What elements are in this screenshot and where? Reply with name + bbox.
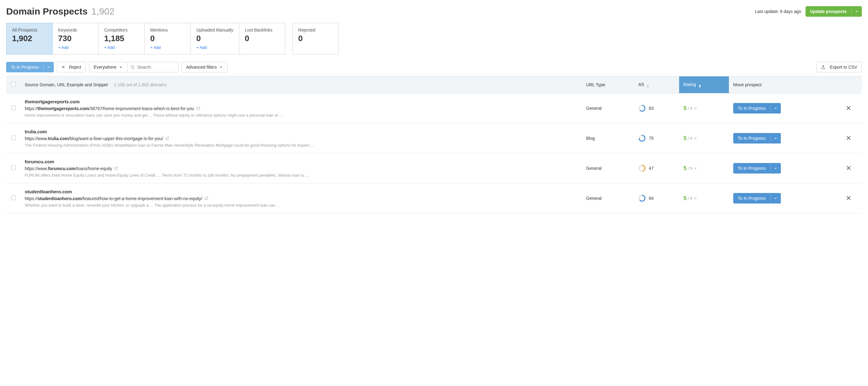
export-csv-button[interactable]: Export to CSV xyxy=(816,62,862,72)
external-link-icon xyxy=(114,167,118,170)
snippet: Home improvement or renovation loans can… xyxy=(25,113,578,118)
row-to-in-progress-button[interactable]: To In Progress xyxy=(733,163,770,174)
as-value: 47 xyxy=(649,166,654,171)
row-to-in-progress-button[interactable]: To In Progress xyxy=(733,193,770,204)
to-in-progress-split: To In Progress xyxy=(6,62,54,72)
chevron-down-icon xyxy=(694,167,698,170)
snippet: Whether you want to build a deck, remode… xyxy=(25,203,578,208)
row-checkbox[interactable] xyxy=(11,196,16,200)
chevron-down-icon xyxy=(47,65,51,69)
card-value: 0 xyxy=(196,34,234,43)
table-row: themortgagereports.com https://themortga… xyxy=(6,93,862,123)
card-label: Lost Backlinks xyxy=(245,28,279,32)
header-right: Last update: 6 days ago Update prospects xyxy=(755,6,862,17)
scope-dropdown[interactable]: Everywhere xyxy=(89,62,127,72)
as-cell: 63 xyxy=(638,105,675,112)
card-value: 1,902 xyxy=(12,34,47,43)
svg-line-3 xyxy=(198,107,200,109)
domain-name: trulia.com xyxy=(25,129,578,134)
update-prospects-button[interactable]: Update prospects xyxy=(806,6,851,17)
url-example[interactable]: https://studentloanhero.com/featured/how… xyxy=(25,196,578,201)
row-to-in-progress-button[interactable]: To In Progress xyxy=(733,103,770,114)
col-urltype: URL Type xyxy=(582,77,634,93)
svg-line-6 xyxy=(167,137,169,139)
card-add-link[interactable]: + Add xyxy=(58,45,93,50)
row-checkbox[interactable] xyxy=(11,166,16,170)
as-value: 75 xyxy=(649,136,654,141)
card-add-link[interactable]: + Add xyxy=(196,45,234,50)
rating-dropdown[interactable]: 5 / 5 xyxy=(683,165,724,172)
row-to-in-progress-button[interactable]: To In Progress xyxy=(733,133,770,144)
rating-value: 5 xyxy=(683,135,686,142)
url-example[interactable]: https://themortgagereports.com/38797/hom… xyxy=(25,106,578,111)
rating-value: 5 xyxy=(683,105,686,112)
row-remove-button[interactable]: ✕ xyxy=(835,183,862,213)
row-remove-button[interactable]: ✕ xyxy=(835,153,862,183)
toolbar: To In Progress ✕ Reject Everywhere Advan… xyxy=(6,62,862,72)
row-move-split: To In Progress xyxy=(733,193,781,204)
filter-card[interactable]: Uploaded Manually 0 + Add xyxy=(190,23,239,54)
rating-dropdown[interactable]: 5 / 5 xyxy=(683,135,724,142)
card-add-link[interactable]: + Add xyxy=(104,45,139,50)
col-as[interactable]: AS ▲▼ xyxy=(634,77,679,93)
rating-max: / 5 xyxy=(688,136,692,141)
filter-card[interactable]: Rejected 0 xyxy=(292,23,339,54)
update-prospects-caret[interactable] xyxy=(851,6,862,17)
url-example[interactable]: https://www.forumcu.com/loans/home-equit… xyxy=(25,166,578,171)
row-checkbox[interactable] xyxy=(11,106,16,110)
svg-line-9 xyxy=(116,167,118,169)
select-all-checkbox[interactable] xyxy=(11,82,16,87)
row-remove-button[interactable]: ✕ xyxy=(835,93,862,123)
filter-card[interactable]: Keywords 730 + Add xyxy=(52,23,99,54)
export-icon xyxy=(821,65,825,69)
svg-line-12 xyxy=(206,197,208,199)
scope-label: Everywhere xyxy=(94,65,117,69)
row-checkbox[interactable] xyxy=(11,136,16,140)
to-in-progress-caret[interactable] xyxy=(43,62,54,72)
card-label: Keywords xyxy=(58,28,93,32)
url-type: General xyxy=(582,93,634,123)
filter-cards: All Prospects 1,902 Keywords 730 + Add C… xyxy=(6,23,862,54)
col-remove xyxy=(835,77,862,93)
col-as-label: AS xyxy=(638,82,644,87)
filter-card[interactable]: All Prospects 1,902 xyxy=(6,23,53,54)
row-move-caret[interactable] xyxy=(770,103,781,114)
search-icon xyxy=(130,65,135,69)
to-in-progress-button[interactable]: To In Progress xyxy=(6,62,43,72)
as-cell: 64 xyxy=(638,195,675,202)
table-row: trulia.com https://www.trulia.com/blog/w… xyxy=(6,123,862,153)
domain-name: forumcu.com xyxy=(25,159,578,164)
url-type: General xyxy=(582,153,634,183)
search-input[interactable] xyxy=(135,62,175,72)
row-move-caret[interactable] xyxy=(770,163,781,174)
filter-card[interactable]: Lost Backlinks 0 xyxy=(239,23,285,54)
row-move-caret[interactable] xyxy=(770,133,781,144)
row-move-caret[interactable] xyxy=(770,193,781,204)
rating-value: 5 xyxy=(683,195,686,202)
chevron-down-icon xyxy=(694,197,698,200)
as-cell: 75 xyxy=(638,135,675,142)
url-example[interactable]: https://www.trulia.com/blog/want-a-fixer… xyxy=(25,136,578,141)
col-rating[interactable]: Rating ▲▼ xyxy=(679,77,729,93)
domain-name: themortgagereports.com xyxy=(25,99,578,104)
col-source-label: Source Domain, URL Example and Snippet xyxy=(25,82,108,87)
rating-dropdown[interactable]: 5 / 5 xyxy=(683,195,724,202)
table-body: themortgagereports.com https://themortga… xyxy=(6,93,862,213)
chevron-down-icon xyxy=(774,197,777,200)
card-label: Mentions xyxy=(150,28,185,32)
advanced-filters-dropdown[interactable]: Advanced filters xyxy=(182,62,228,72)
reject-button[interactable]: ✕ Reject xyxy=(57,62,86,72)
rating-dropdown[interactable]: 5 / 5 xyxy=(683,105,724,112)
rating-max: / 5 xyxy=(688,196,692,201)
table-row: forumcu.com https://www.forumcu.com/loan… xyxy=(6,153,862,183)
chevron-down-icon xyxy=(855,9,859,13)
chevron-down-icon xyxy=(694,107,698,110)
filter-card[interactable]: Competitors 1,185 + Add xyxy=(98,23,145,54)
col-rating-label: Rating xyxy=(683,82,696,87)
filter-card[interactable]: Mentions 0 + Add xyxy=(144,23,191,54)
card-add-link[interactable]: + Add xyxy=(150,45,185,50)
chevron-down-icon xyxy=(774,167,777,170)
row-move-split: To In Progress xyxy=(733,133,781,144)
row-remove-button[interactable]: ✕ xyxy=(835,123,862,153)
svg-point-0 xyxy=(131,66,133,68)
